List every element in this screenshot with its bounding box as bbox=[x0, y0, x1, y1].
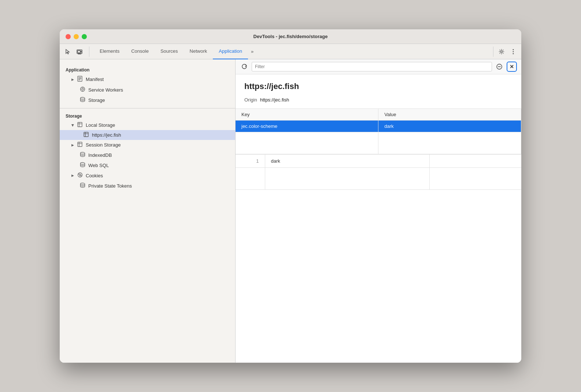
bottom-index: 1 bbox=[236, 155, 265, 168]
svg-point-36 bbox=[80, 183, 85, 185]
tab-application[interactable]: Application bbox=[213, 44, 248, 59]
origin-label: Origin bbox=[244, 97, 257, 103]
svg-point-32 bbox=[79, 174, 79, 175]
close-button[interactable] bbox=[66, 34, 71, 39]
sidebar-item-service-workers[interactable]: Service Workers bbox=[60, 85, 235, 95]
tab-more[interactable]: » bbox=[248, 44, 256, 59]
expand-cookies-icon: ▶ bbox=[71, 174, 74, 177]
panel-content: https://jec.fish Origin https://jec.fish… bbox=[236, 74, 521, 363]
sidebar-item-private-state-tokens[interactable]: Private State Tokens bbox=[60, 181, 235, 191]
maximize-button[interactable] bbox=[82, 34, 87, 39]
device-icon[interactable] bbox=[74, 47, 85, 57]
sidebar-item-websql[interactable]: Web SQL bbox=[60, 160, 235, 170]
sidebar-item-local-storage[interactable]: ▶ Local Storage bbox=[60, 120, 235, 130]
storage-section-title: Storage bbox=[60, 111, 235, 120]
svg-rect-1 bbox=[78, 53, 81, 54]
tabbar-right-actions bbox=[493, 47, 518, 57]
tab-elements[interactable]: Elements bbox=[94, 44, 125, 59]
manifest-label: Manifest bbox=[86, 77, 104, 82]
svg-rect-4 bbox=[81, 52, 82, 52]
svg-rect-26 bbox=[78, 142, 82, 147]
sidebar-item-jec-fish[interactable]: https://jec.fish bbox=[60, 130, 235, 140]
col-value: Value bbox=[378, 109, 521, 121]
svg-point-8 bbox=[513, 53, 514, 54]
service-workers-icon bbox=[79, 86, 85, 93]
minimize-button[interactable] bbox=[74, 34, 79, 39]
cookies-label: Cookies bbox=[86, 173, 103, 178]
clear-filter-button[interactable] bbox=[495, 62, 504, 71]
origin-value: https://jec.fish bbox=[260, 97, 289, 103]
app-section-title: Application bbox=[60, 65, 235, 74]
svg-rect-2 bbox=[78, 51, 80, 53]
window-controls bbox=[66, 34, 87, 39]
svg-point-7 bbox=[513, 51, 514, 52]
settings-icon[interactable] bbox=[496, 47, 507, 57]
close-storage-button[interactable]: ✕ bbox=[507, 62, 517, 72]
svg-point-30 bbox=[80, 163, 85, 164]
storage-table: Key Value jec.color-scheme dark bbox=[236, 109, 521, 154]
tab-network[interactable]: Network bbox=[184, 44, 213, 59]
tabbar-icons bbox=[63, 47, 89, 57]
svg-point-13 bbox=[80, 87, 85, 92]
table-row[interactable]: jec.color-scheme dark bbox=[236, 121, 521, 132]
bottom-row: 1 dark bbox=[236, 155, 521, 168]
sidebar-item-session-storage[interactable]: ▶ Session Storage bbox=[60, 140, 235, 150]
filter-input[interactable] bbox=[252, 62, 492, 71]
expand-session-storage-icon: ▶ bbox=[71, 143, 74, 147]
websql-label: Web SQL bbox=[88, 163, 109, 168]
main-panel: ✕ https://jec.fish Origin https://jec.fi… bbox=[236, 59, 521, 363]
table-cell-key: jec.color-scheme bbox=[236, 121, 378, 132]
refresh-button[interactable] bbox=[240, 62, 249, 71]
tab-sources[interactable]: Sources bbox=[155, 44, 184, 59]
window-title: DevTools - jec.fish/demo/storage bbox=[254, 34, 328, 39]
svg-point-19 bbox=[80, 97, 85, 99]
more-options-icon[interactable] bbox=[508, 47, 518, 57]
sidebar-item-cookies[interactable]: ▶ Cookies bbox=[60, 170, 235, 181]
session-storage-label: Session Storage bbox=[86, 142, 121, 148]
cookies-icon bbox=[77, 172, 83, 179]
manifest-icon bbox=[77, 76, 83, 83]
sidebar-divider-1 bbox=[60, 108, 235, 108]
bottom-value: dark bbox=[265, 155, 429, 168]
sidebar-item-indexeddb[interactable]: IndexedDB bbox=[60, 150, 235, 160]
private-state-tokens-label: Private State Tokens bbox=[88, 183, 132, 189]
indexeddb-icon bbox=[79, 152, 85, 158]
table-row-empty-1 bbox=[236, 132, 521, 154]
content-area: Application ▶ Manifest bbox=[60, 59, 521, 363]
service-workers-label: Service Workers bbox=[88, 87, 123, 93]
svg-point-35 bbox=[81, 175, 81, 176]
bottom-panel: 1 dark bbox=[236, 154, 521, 191]
svg-point-31 bbox=[78, 173, 82, 177]
storage-app-label: Storage bbox=[88, 97, 105, 103]
titlebar: DevTools - jec.fish/demo/storage bbox=[60, 29, 521, 44]
svg-point-5 bbox=[501, 51, 503, 52]
svg-point-34 bbox=[79, 175, 80, 176]
local-storage-icon bbox=[77, 122, 83, 128]
jec-fish-label: https://jec.fish bbox=[92, 132, 121, 138]
bottom-row-empty bbox=[236, 168, 521, 190]
session-storage-icon bbox=[77, 142, 83, 148]
svg-rect-3 bbox=[81, 51, 82, 52]
svg-rect-23 bbox=[84, 132, 88, 137]
svg-rect-20 bbox=[78, 122, 82, 127]
jec-fish-storage-icon bbox=[83, 132, 89, 138]
svg-point-6 bbox=[513, 49, 514, 50]
expand-icon: ▶ bbox=[71, 78, 74, 81]
table-cell-value: dark bbox=[378, 121, 521, 132]
sidebar-item-manifest[interactable]: ▶ Manifest bbox=[60, 74, 235, 85]
expand-local-storage-icon: ▶ bbox=[71, 124, 75, 126]
sidebar: Application ▶ Manifest bbox=[60, 59, 236, 363]
storage-app-icon bbox=[79, 97, 85, 103]
bottom-empty bbox=[429, 155, 521, 168]
sidebar-item-storage-app[interactable]: Storage bbox=[60, 95, 235, 105]
local-storage-label: Local Storage bbox=[86, 122, 115, 128]
svg-point-14 bbox=[82, 88, 84, 90]
svg-point-33 bbox=[80, 174, 81, 175]
devtools-body: Elements Console Sources Network Applica… bbox=[60, 44, 521, 363]
svg-point-29 bbox=[80, 152, 85, 154]
tab-console[interactable]: Console bbox=[125, 44, 155, 59]
bottom-table: 1 dark bbox=[236, 155, 521, 190]
cursor-icon[interactable] bbox=[63, 47, 73, 57]
tabbar: Elements Console Sources Network Applica… bbox=[60, 44, 521, 59]
devtools-window: DevTools - jec.fish/demo/storage bbox=[60, 29, 521, 363]
